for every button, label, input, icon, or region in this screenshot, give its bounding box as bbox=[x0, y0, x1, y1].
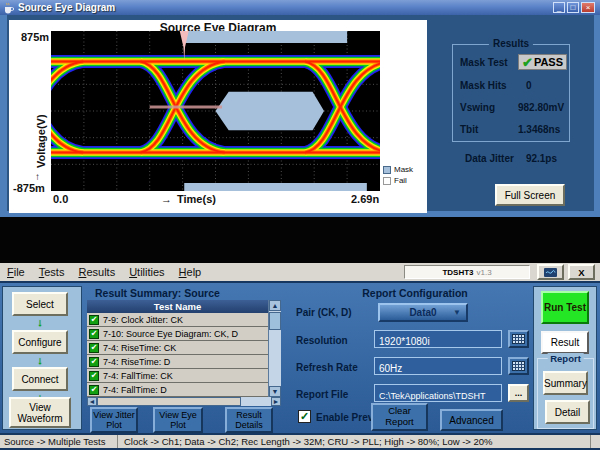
vswing-row: Vswing 982.80mV bbox=[460, 102, 564, 113]
mask-test-value: PASS bbox=[534, 56, 563, 68]
table-row[interactable]: ✔ 7-4: RiseTime: D bbox=[87, 355, 268, 369]
results-group-title: Results bbox=[489, 38, 533, 49]
view-jitter-plot-button[interactable]: View Jitter Plot bbox=[90, 407, 138, 433]
run-test-button[interactable]: Run Test bbox=[541, 291, 589, 324]
browse-file-button[interactable]: ... bbox=[508, 384, 529, 402]
test-name-cell: 7-10: Source Eye Diagram: CK, D bbox=[103, 329, 238, 339]
full-screen-button[interactable]: Full Screen bbox=[495, 184, 565, 206]
vswing-value: 982.80mV bbox=[518, 102, 564, 113]
eye-window-titlebar[interactable]: Source Eye Diagram _ □ × bbox=[0, 0, 600, 15]
select-button[interactable]: Select bbox=[12, 292, 68, 316]
legend-fail-label: Fail bbox=[394, 176, 407, 185]
summary-report-button[interactable]: Summary bbox=[543, 371, 588, 395]
keypad-icon bbox=[512, 361, 525, 371]
view-waveform-button[interactable]: View Waveform bbox=[9, 397, 71, 428]
pass-check-icon: ✔ bbox=[89, 371, 99, 381]
clear-report-button[interactable]: Clear Report bbox=[371, 403, 428, 431]
report-file-label: Report File bbox=[296, 389, 348, 400]
scroll-up-icon[interactable]: ▲ bbox=[269, 300, 281, 311]
mask-test-label: Mask Test bbox=[460, 57, 518, 68]
scroll-left-icon[interactable]: ◄ bbox=[87, 397, 97, 406]
menu-help[interactable]: Help bbox=[172, 264, 209, 280]
result-details-button[interactable]: Result Details bbox=[225, 407, 273, 433]
tbit-value: 1.3468ns bbox=[518, 124, 560, 135]
x-axis-min-label: 0.0 bbox=[53, 193, 68, 205]
x-axis-arrow: → bbox=[161, 193, 172, 205]
y-axis-arrow: ↑ bbox=[35, 171, 40, 182]
table-row[interactable]: ✔ 7-10: Source Eye Diagram: CK, D bbox=[87, 327, 268, 341]
menu-tests[interactable]: Tests bbox=[32, 264, 72, 280]
scrollbar-thumb[interactable] bbox=[97, 397, 241, 406]
x-axis-max-label: 2.69n bbox=[351, 193, 379, 205]
resolution-field-wrap bbox=[374, 330, 502, 348]
window-title: Source Eye Diagram bbox=[18, 2, 115, 13]
pass-check-icon: ✔ bbox=[89, 329, 99, 339]
legend-mask-item: Mask bbox=[383, 165, 413, 174]
data-jitter-label: Data Jitter bbox=[465, 153, 514, 164]
tbit-row: Tbit 1.3468ns bbox=[460, 124, 560, 135]
refresh-keypad-button[interactable] bbox=[508, 357, 529, 375]
refresh-rate-label: Refresh Rate bbox=[296, 362, 358, 373]
refresh-rate-input[interactable] bbox=[375, 361, 501, 377]
y-axis-min-label: -875m bbox=[13, 182, 45, 194]
report-file-input[interactable] bbox=[375, 388, 501, 404]
pass-check-icon: ✔ bbox=[89, 315, 99, 325]
vertical-scrollbar[interactable]: ▲ ▼ bbox=[268, 300, 281, 397]
resolution-keypad-button[interactable] bbox=[508, 330, 529, 348]
data-jitter-row: Data Jitter 92.1ps bbox=[452, 153, 570, 164]
scrollbar-thumb[interactable] bbox=[269, 312, 281, 330]
pair-dropdown[interactable]: Data0 ▼ bbox=[378, 303, 468, 322]
maximize-button[interactable]: □ bbox=[567, 2, 579, 13]
configure-button[interactable]: Configure bbox=[12, 330, 68, 354]
enable-preview-checkbox[interactable]: ✓ bbox=[298, 410, 311, 423]
pass-check-icon: ✔ bbox=[89, 343, 99, 353]
result-button[interactable]: Result bbox=[541, 331, 589, 354]
report-config-title: Report Configuration bbox=[300, 287, 530, 299]
minimize-button[interactable]: _ bbox=[553, 2, 565, 13]
report-file-field-wrap bbox=[374, 384, 502, 402]
eye-diagram-panel: Source Eye Diagram 875m Voltage(V) ↑ -87… bbox=[9, 20, 427, 213]
x-axis-title: Time(s) bbox=[177, 193, 216, 205]
table-row[interactable]: ✔ 7-4: FallTime: D bbox=[87, 383, 268, 397]
close-window-button[interactable]: × bbox=[581, 2, 595, 13]
mask-swatch-icon bbox=[383, 166, 391, 174]
flow-arrow-icon: ↓ bbox=[0, 355, 80, 365]
tbit-label: Tbit bbox=[460, 124, 518, 135]
fail-swatch-icon bbox=[383, 177, 391, 185]
resolution-label: Resolution bbox=[296, 335, 348, 346]
advanced-button[interactable]: Advanced bbox=[440, 409, 503, 431]
mask-hits-value: 0 bbox=[518, 80, 532, 91]
legend-mask-label: Mask bbox=[394, 165, 413, 174]
flow-arrow-icon: ↓ bbox=[0, 317, 80, 327]
detail-report-button[interactable]: Detail bbox=[545, 400, 590, 424]
table-row[interactable]: ✔ 7-9: Clock Jitter: CK bbox=[87, 313, 268, 327]
column-header-test-name: Test Name bbox=[87, 300, 268, 313]
pass-check-icon: ✔ bbox=[522, 55, 533, 70]
status-bar: Source -> Multiple Tests Clock -> Ch1; D… bbox=[0, 433, 600, 450]
horizontal-scrollbar[interactable]: ◄ ► bbox=[87, 397, 281, 406]
scroll-down-icon[interactable]: ▼ bbox=[269, 386, 281, 397]
pass-check-icon: ✔ bbox=[89, 385, 99, 395]
java-cup-icon bbox=[3, 2, 14, 14]
view-eye-plot-button[interactable]: View Eye Plot bbox=[153, 407, 203, 433]
eye-plot-area bbox=[51, 31, 380, 191]
menu-results[interactable]: Results bbox=[71, 264, 122, 280]
scroll-right-icon[interactable]: ► bbox=[271, 397, 281, 406]
vswing-label: Vswing bbox=[460, 102, 518, 113]
resolution-input[interactable] bbox=[375, 334, 501, 350]
pass-check-icon: ✔ bbox=[89, 357, 99, 367]
menu-utilities[interactable]: Utilities bbox=[122, 264, 171, 280]
connect-button[interactable]: Connect bbox=[12, 367, 68, 391]
refresh-rate-field-wrap bbox=[374, 357, 502, 375]
test-name-cell: 7-4: FallTime: D bbox=[103, 385, 167, 395]
exit-app-button[interactable]: X bbox=[568, 264, 595, 280]
status-badge: ✔ PASS bbox=[518, 54, 567, 70]
status-source-mode: Source -> Multiple Tests bbox=[0, 435, 118, 448]
acquisition-strip: Stopped 115 200 acqs RL:1.0k March 07, 2… bbox=[0, 217, 600, 263]
menu-file[interactable]: File bbox=[0, 264, 32, 280]
hide-app-button[interactable] bbox=[537, 264, 564, 280]
main-control-panel: Select ↓ Configure ↓ Connect ↓ View Wave… bbox=[0, 283, 600, 433]
app-version-box: TDSHT3 v1.3 bbox=[404, 265, 530, 279]
table-row[interactable]: ✔ 7-4: FallTime: CK bbox=[87, 369, 268, 383]
table-row[interactable]: ✔ 7-4: RiseTime: CK bbox=[87, 341, 268, 355]
